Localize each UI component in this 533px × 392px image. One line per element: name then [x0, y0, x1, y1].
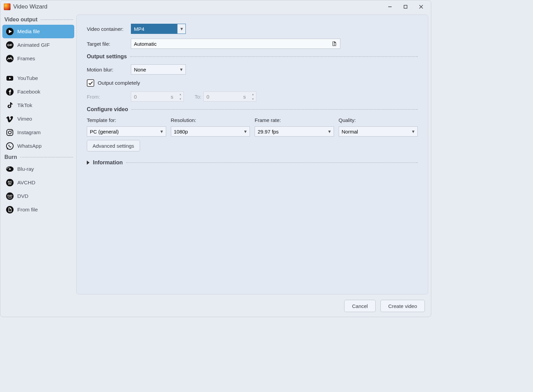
sidebar-item-frames[interactable]: Frames: [2, 52, 74, 65]
motion-blur-select[interactable]: None ▾: [131, 64, 186, 75]
information-expander[interactable]: Information: [87, 160, 418, 166]
main-pane: Video container: MP4 ▾ Target file: Auto…: [76, 15, 428, 294]
video-container-label: Video container:: [87, 26, 129, 32]
svg-point-24: [6, 206, 14, 213]
quality-label: Quality:: [339, 117, 418, 123]
stepper-icon: ▲▼: [177, 92, 183, 101]
window-title: Video Wizard: [13, 3, 382, 10]
whatsapp-icon: [6, 142, 14, 150]
framerate-label: Frame rate:: [255, 117, 334, 123]
chevron-down-icon: ▾: [177, 24, 185, 34]
sidebar-item-label: Instagram: [17, 129, 41, 136]
sidebar-item-label: Vimeo: [17, 116, 32, 122]
output-completely-label: Output completely: [98, 80, 140, 86]
quality-select[interactable]: Normal ▾: [339, 126, 418, 137]
cancel-button[interactable]: Cancel: [344, 300, 376, 312]
resolution-label: Resolution:: [171, 117, 250, 123]
instagram-icon: [6, 128, 14, 137]
vimeo-icon: [6, 115, 14, 123]
sidebar-item-avchd[interactable]: AVCHD AVCHD: [2, 176, 74, 189]
svg-point-14: [11, 130, 12, 131]
file-icon: [6, 206, 14, 214]
browse-icon[interactable]: [331, 41, 337, 47]
sidebar-item-dvd[interactable]: DVD DVD: [2, 189, 74, 203]
frames-icon: [6, 55, 14, 63]
sidebar-item-media-file[interactable]: Media file: [2, 25, 74, 38]
svg-point-17: [9, 168, 11, 170]
play-circle-icon: [6, 27, 14, 36]
resolution-select[interactable]: 1080p ▾: [171, 126, 250, 137]
sidebar-header-video-output: Video output: [2, 15, 74, 25]
sidebar-item-label: WhatsApp: [17, 143, 42, 149]
facebook-icon: [6, 88, 14, 96]
youtube-icon: [6, 74, 14, 82]
stepper-icon: ▲▼: [250, 92, 256, 101]
chevron-down-icon: ▾: [325, 127, 334, 136]
sidebar-item-label: DVD: [17, 193, 28, 199]
from-label: From:: [87, 94, 129, 100]
sidebar-item-label: YouTube: [17, 75, 38, 81]
triangle-right-icon: [87, 161, 90, 165]
chevron-down-icon: ▾: [409, 127, 417, 136]
svg-text:HD: HD: [8, 183, 12, 185]
sidebar-item-label: Media file: [17, 28, 40, 35]
to-spinner: 0 s ▲▼: [203, 91, 256, 102]
svg-text:DVD: DVD: [7, 194, 13, 197]
create-video-button[interactable]: Create video: [380, 300, 425, 312]
sidebar-item-facebook[interactable]: Facebook: [2, 85, 74, 99]
video-container-select[interactable]: MP4 ▾: [131, 24, 186, 34]
gif-icon: GIF: [6, 41, 14, 49]
sidebar-item-label: Facebook: [17, 89, 40, 95]
avchd-icon: AVCHD: [6, 179, 14, 187]
sidebar-item-label: TikTok: [17, 102, 32, 108]
sidebar-item-bluray[interactable]: Blu-ray: [2, 162, 74, 176]
target-file-label: Target file:: [87, 41, 129, 47]
close-button[interactable]: [413, 2, 429, 12]
advanced-settings-button[interactable]: Advanced settings: [87, 140, 140, 151]
dvd-icon: DVD: [6, 192, 14, 200]
bluray-icon: [6, 165, 14, 173]
chevron-down-icon: ▾: [158, 127, 166, 136]
sidebar-item-whatsapp[interactable]: WhatsApp: [2, 139, 74, 153]
maximize-button[interactable]: [398, 2, 413, 12]
motion-blur-label: Motion blur:: [87, 67, 129, 73]
framerate-select[interactable]: 29.97 fps ▾: [255, 126, 334, 137]
svg-text:GIF: GIF: [7, 43, 13, 47]
sidebar-item-instagram[interactable]: Instagram: [2, 126, 74, 139]
configure-video-title: Configure video: [87, 106, 418, 112]
sidebar-item-label: Animated GIF: [17, 42, 50, 48]
sidebar-item-label: Frames: [17, 56, 35, 62]
titlebar: Video Wizard: [0, 0, 431, 13]
tiktok-icon: [6, 101, 14, 109]
output-settings-title: Output settings: [87, 54, 418, 60]
output-completely-checkbox[interactable]: [87, 79, 94, 87]
from-spinner: 0 s ▲▼: [131, 91, 184, 102]
sidebar-item-from-file[interactable]: From file: [2, 203, 74, 216]
minimize-button[interactable]: [382, 2, 398, 12]
sidebar-item-tiktok[interactable]: TikTok: [2, 99, 74, 112]
sidebar-item-label: From file: [17, 207, 38, 213]
footer: Cancel Create video: [0, 296, 431, 316]
chevron-down-icon: ▾: [241, 127, 250, 136]
sidebar-item-label: AVCHD: [17, 180, 35, 186]
template-label: Template for:: [87, 117, 166, 123]
target-file-input[interactable]: Automatic: [131, 39, 340, 49]
svg-point-13: [8, 131, 11, 134]
to-label: To:: [188, 94, 201, 100]
sidebar-item-label: Blu-ray: [17, 166, 34, 172]
svg-rect-1: [404, 5, 407, 8]
template-select[interactable]: PC (general) ▾: [87, 126, 166, 137]
app-icon: [4, 3, 11, 10]
sidebar-item-animated-gif[interactable]: GIF Animated GIF: [2, 38, 74, 52]
chevron-down-icon: ▾: [177, 65, 185, 74]
sidebar-header-burn: Burn: [2, 153, 74, 162]
sidebar: Video output Media file GIF Animated GIF…: [0, 13, 76, 296]
sidebar-item-vimeo[interactable]: Vimeo: [2, 112, 74, 126]
sidebar-item-youtube[interactable]: YouTube: [2, 71, 74, 85]
